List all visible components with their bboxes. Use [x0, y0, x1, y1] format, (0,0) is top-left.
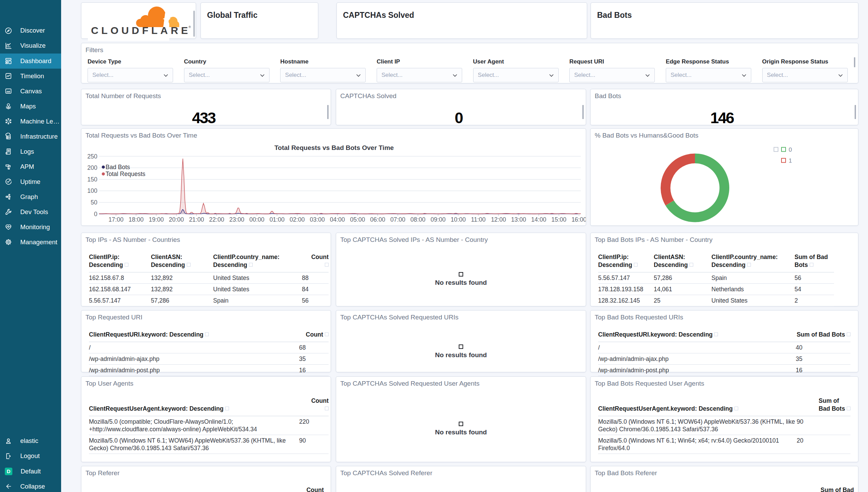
svg-text:1: 1: [789, 157, 792, 164]
svg-text:03:00: 03:00: [310, 216, 325, 223]
svg-text:23:00: 23:00: [229, 216, 244, 223]
svg-text:21:00: 21:00: [189, 216, 204, 223]
svg-text:®: ®: [189, 25, 191, 29]
svg-text:50: 50: [91, 199, 98, 206]
svg-text:22:00: 22:00: [209, 216, 224, 223]
svg-text:11:00: 11:00: [471, 216, 486, 223]
svg-text:02:00: 02:00: [290, 216, 305, 223]
svg-text:0: 0: [789, 147, 792, 153]
svg-text:20:00: 20:00: [169, 216, 184, 223]
svg-text:17:00: 17:00: [108, 216, 124, 223]
svg-text:14:00: 14:00: [531, 216, 546, 223]
svg-text:CLOUDFLARE: CLOUDFLARE: [91, 25, 191, 36]
svg-text:04:00: 04:00: [330, 216, 345, 223]
svg-text:0: 0: [94, 211, 98, 218]
svg-text:00:00: 00:00: [249, 216, 264, 223]
svg-text:19:00: 19:00: [149, 216, 164, 223]
svg-text:15:00: 15:00: [551, 216, 567, 223]
svg-text:06:00: 06:00: [370, 216, 385, 223]
svg-text:150: 150: [87, 176, 97, 183]
svg-text:07:00: 07:00: [390, 216, 406, 223]
svg-text:100: 100: [87, 187, 97, 194]
svg-text:16:00: 16:00: [571, 216, 586, 223]
svg-text:12:00: 12:00: [491, 216, 506, 223]
svg-text:13:00: 13:00: [511, 216, 526, 223]
svg-text:08:00: 08:00: [410, 216, 425, 223]
svg-text:Total Requests: Total Requests: [106, 171, 146, 177]
svg-text:05:00: 05:00: [350, 216, 365, 223]
svg-text:01:00: 01:00: [270, 216, 285, 223]
svg-text:250: 250: [87, 153, 97, 160]
svg-text:Total Requests vs Bad Bots Ove: Total Requests vs Bad Bots Over Time: [274, 144, 394, 151]
svg-text:10:00: 10:00: [451, 216, 466, 223]
svg-text:200: 200: [87, 164, 97, 171]
svg-text:18:00: 18:00: [129, 216, 144, 223]
svg-text:Bad Bots: Bad Bots: [106, 164, 130, 171]
svg-text:09:00: 09:00: [431, 216, 446, 223]
